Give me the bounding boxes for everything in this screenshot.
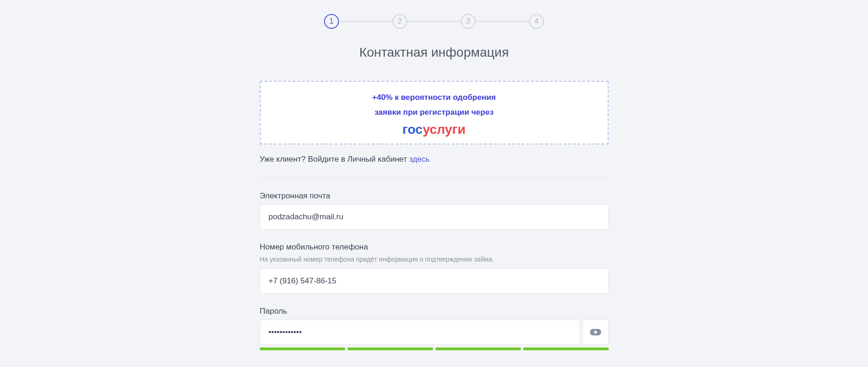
step-3[interactable]: 3: [461, 14, 476, 29]
strength-segment: [523, 347, 609, 350]
phone-hint: На указанный номер телефона придёт инфор…: [260, 256, 609, 263]
already-client-prompt: Уже клиент? Войдите в Личный кабинет зде…: [260, 155, 609, 177]
email-input[interactable]: [260, 204, 609, 229]
password-label: Пароль: [260, 307, 609, 316]
toggle-password-visibility-button[interactable]: [583, 320, 608, 345]
phone-input[interactable]: [260, 269, 609, 294]
gosuslugi-promo[interactable]: +40% к вероятности одобрения заявки при …: [260, 81, 609, 144]
login-link[interactable]: здесь: [409, 155, 430, 164]
gosuslugi-logo: госуслуги: [270, 122, 598, 137]
step-connector: [407, 21, 461, 22]
form-container: 1 2 3 4 Контактная информация +40% к вер…: [260, 0, 609, 350]
password-field-group: Пароль: [260, 307, 609, 350]
stepper: 1 2 3 4: [260, 14, 609, 29]
step-connector: [476, 21, 529, 22]
step-2[interactable]: 2: [392, 14, 407, 29]
promo-text-2: заявки при регистрации через: [270, 105, 598, 120]
promo-text-1: +40% к вероятности одобрения: [270, 90, 598, 105]
phone-field-group: Номер мобильного телефона На указанный н…: [260, 242, 609, 294]
password-input[interactable]: [260, 320, 580, 345]
strength-segment: [348, 347, 433, 350]
eye-icon: [590, 329, 601, 335]
page-title: Контактная информация: [260, 45, 609, 60]
strength-segment: [436, 347, 521, 350]
email-field-group: Электронная почта: [260, 191, 609, 229]
strength-segment: [260, 347, 345, 350]
phone-label: Номер мобильного телефона: [260, 242, 609, 252]
step-connector: [339, 21, 392, 22]
step-1[interactable]: 1: [324, 14, 339, 29]
email-label: Электронная почта: [260, 191, 609, 201]
step-4[interactable]: 4: [529, 14, 544, 29]
password-strength-meter: [260, 347, 609, 350]
